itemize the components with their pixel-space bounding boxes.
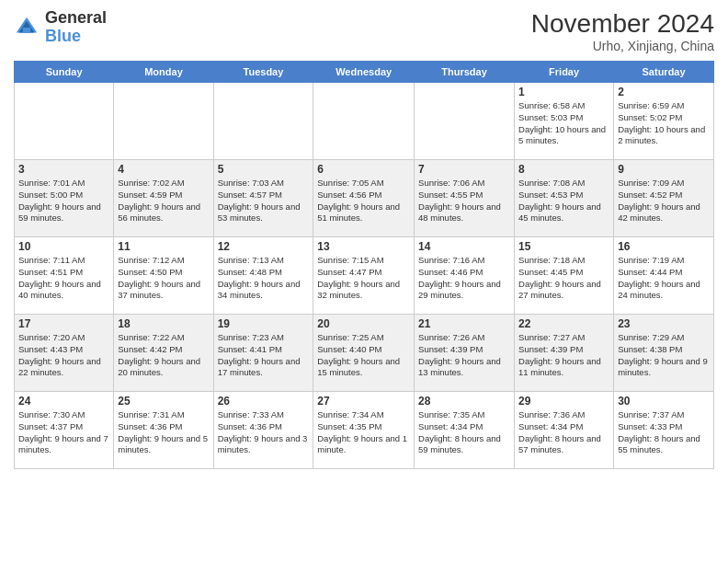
calendar-cell: 19Sunrise: 7:23 AM Sunset: 4:41 PM Dayli… <box>213 315 313 392</box>
calendar-cell: 10Sunrise: 7:11 AM Sunset: 4:51 PM Dayli… <box>15 237 114 315</box>
calendar-week-2: 3Sunrise: 7:01 AM Sunset: 5:00 PM Daylig… <box>15 160 714 237</box>
day-number: 7 <box>418 163 510 176</box>
day-number: 19 <box>218 317 310 330</box>
calendar-cell: 25Sunrise: 7:31 AM Sunset: 4:36 PM Dayli… <box>114 392 213 469</box>
page-container: General Blue November 2024 Urho, Xinjian… <box>0 0 728 563</box>
day-info: Sunrise: 7:08 AM Sunset: 4:53 PM Dayligh… <box>518 178 609 224</box>
day-number: 4 <box>118 163 209 176</box>
day-number: 14 <box>418 240 510 253</box>
day-info: Sunrise: 7:35 AM Sunset: 4:34 PM Dayligh… <box>418 409 510 456</box>
day-info: Sunrise: 7:34 AM Sunset: 4:35 PM Dayligh… <box>317 409 410 456</box>
day-info: Sunrise: 7:37 AM Sunset: 4:33 PM Dayligh… <box>618 409 710 456</box>
calendar-cell: 5Sunrise: 7:03 AM Sunset: 4:57 PM Daylig… <box>213 160 313 237</box>
calendar-cell: 24Sunrise: 7:30 AM Sunset: 4:37 PM Dayli… <box>15 392 114 469</box>
header: General Blue November 2024 Urho, Xinjian… <box>14 9 714 53</box>
day-number: 10 <box>18 240 109 253</box>
calendar-cell: 20Sunrise: 7:25 AM Sunset: 4:40 PM Dayli… <box>313 315 415 392</box>
calendar-cell <box>313 83 415 160</box>
day-info: Sunrise: 7:36 AM Sunset: 4:34 PM Dayligh… <box>518 409 609 456</box>
day-number: 17 <box>18 317 109 330</box>
day-info: Sunrise: 7:19 AM Sunset: 4:44 PM Dayligh… <box>618 255 710 302</box>
header-row: Sunday Monday Tuesday Wednesday Thursday… <box>15 62 714 83</box>
calendar-cell: 29Sunrise: 7:36 AM Sunset: 4:34 PM Dayli… <box>515 392 614 469</box>
col-saturday: Saturday <box>614 62 714 83</box>
logo-text: General Blue <box>45 9 107 46</box>
calendar-cell: 21Sunrise: 7:26 AM Sunset: 4:39 PM Dayli… <box>415 315 515 392</box>
col-tuesday: Tuesday <box>213 62 313 83</box>
day-info: Sunrise: 7:15 AM Sunset: 4:47 PM Dayligh… <box>317 255 410 302</box>
calendar-cell: 13Sunrise: 7:15 AM Sunset: 4:47 PM Dayli… <box>313 237 415 315</box>
calendar-cell: 1Sunrise: 6:58 AM Sunset: 5:03 PM Daylig… <box>515 83 614 160</box>
day-info: Sunrise: 7:06 AM Sunset: 4:55 PM Dayligh… <box>418 178 510 224</box>
day-number: 16 <box>618 240 710 253</box>
day-info: Sunrise: 6:59 AM Sunset: 5:02 PM Dayligh… <box>618 100 710 147</box>
calendar-cell: 16Sunrise: 7:19 AM Sunset: 4:44 PM Dayli… <box>614 237 714 315</box>
calendar: Sunday Monday Tuesday Wednesday Thursday… <box>14 61 714 469</box>
month-title: November 2024 <box>531 9 714 39</box>
day-info: Sunrise: 7:05 AM Sunset: 4:56 PM Dayligh… <box>317 178 410 224</box>
day-number: 6 <box>317 163 410 176</box>
svg-rect-2 <box>23 28 30 33</box>
logo-blue-text: Blue <box>45 27 81 45</box>
col-thursday: Thursday <box>415 62 515 83</box>
day-number: 12 <box>218 240 310 253</box>
day-info: Sunrise: 6:58 AM Sunset: 5:03 PM Dayligh… <box>518 100 609 147</box>
calendar-cell: 23Sunrise: 7:29 AM Sunset: 4:38 PM Dayli… <box>614 315 714 392</box>
day-number: 27 <box>317 395 410 408</box>
day-info: Sunrise: 7:13 AM Sunset: 4:48 PM Dayligh… <box>218 255 310 302</box>
calendar-cell: 2Sunrise: 6:59 AM Sunset: 5:02 PM Daylig… <box>614 83 714 160</box>
calendar-cell <box>415 83 515 160</box>
calendar-cell <box>213 83 313 160</box>
day-number: 5 <box>218 163 310 176</box>
calendar-cell: 12Sunrise: 7:13 AM Sunset: 4:48 PM Dayli… <box>213 237 313 315</box>
day-number: 20 <box>317 317 410 330</box>
day-info: Sunrise: 7:30 AM Sunset: 4:37 PM Dayligh… <box>18 409 109 456</box>
calendar-cell: 18Sunrise: 7:22 AM Sunset: 4:42 PM Dayli… <box>114 315 213 392</box>
calendar-cell: 14Sunrise: 7:16 AM Sunset: 4:46 PM Dayli… <box>415 237 515 315</box>
day-info: Sunrise: 7:23 AM Sunset: 4:41 PM Dayligh… <box>218 332 310 379</box>
calendar-week-5: 24Sunrise: 7:30 AM Sunset: 4:37 PM Dayli… <box>15 392 714 469</box>
day-number: 26 <box>218 395 310 408</box>
calendar-week-1: 1Sunrise: 6:58 AM Sunset: 5:03 PM Daylig… <box>15 83 714 160</box>
day-number: 24 <box>18 395 109 408</box>
subtitle: Urho, Xinjiang, China <box>531 39 714 53</box>
day-info: Sunrise: 7:11 AM Sunset: 4:51 PM Dayligh… <box>18 255 109 302</box>
day-number: 23 <box>618 317 710 330</box>
calendar-cell <box>114 83 213 160</box>
day-info: Sunrise: 7:09 AM Sunset: 4:52 PM Dayligh… <box>618 178 710 224</box>
calendar-cell: 17Sunrise: 7:20 AM Sunset: 4:43 PM Dayli… <box>15 315 114 392</box>
day-info: Sunrise: 7:20 AM Sunset: 4:43 PM Dayligh… <box>18 332 109 379</box>
calendar-cell: 4Sunrise: 7:02 AM Sunset: 4:59 PM Daylig… <box>114 160 213 237</box>
calendar-cell: 7Sunrise: 7:06 AM Sunset: 4:55 PM Daylig… <box>415 160 515 237</box>
day-info: Sunrise: 7:16 AM Sunset: 4:46 PM Dayligh… <box>418 255 510 302</box>
calendar-cell: 11Sunrise: 7:12 AM Sunset: 4:50 PM Dayli… <box>114 237 213 315</box>
day-info: Sunrise: 7:27 AM Sunset: 4:39 PM Dayligh… <box>518 332 609 379</box>
day-number: 13 <box>317 240 410 253</box>
day-number: 18 <box>118 317 209 330</box>
calendar-cell: 27Sunrise: 7:34 AM Sunset: 4:35 PM Dayli… <box>313 392 415 469</box>
day-info: Sunrise: 7:25 AM Sunset: 4:40 PM Dayligh… <box>317 332 410 379</box>
logo: General Blue <box>14 9 107 46</box>
calendar-cell: 28Sunrise: 7:35 AM Sunset: 4:34 PM Dayli… <box>415 392 515 469</box>
day-info: Sunrise: 7:26 AM Sunset: 4:39 PM Dayligh… <box>418 332 510 379</box>
day-number: 9 <box>618 163 710 176</box>
calendar-cell: 22Sunrise: 7:27 AM Sunset: 4:39 PM Dayli… <box>515 315 614 392</box>
day-number: 3 <box>18 163 109 176</box>
day-number: 21 <box>418 317 510 330</box>
calendar-cell: 8Sunrise: 7:08 AM Sunset: 4:53 PM Daylig… <box>515 160 614 237</box>
calendar-week-4: 17Sunrise: 7:20 AM Sunset: 4:43 PM Dayli… <box>15 315 714 392</box>
day-number: 29 <box>518 395 609 408</box>
title-block: November 2024 Urho, Xinjiang, China <box>531 9 714 53</box>
day-info: Sunrise: 7:18 AM Sunset: 4:45 PM Dayligh… <box>518 255 609 302</box>
day-info: Sunrise: 7:02 AM Sunset: 4:59 PM Dayligh… <box>118 178 209 224</box>
day-number: 8 <box>518 163 609 176</box>
day-info: Sunrise: 7:12 AM Sunset: 4:50 PM Dayligh… <box>118 255 209 302</box>
col-sunday: Sunday <box>15 62 114 83</box>
calendar-week-3: 10Sunrise: 7:11 AM Sunset: 4:51 PM Dayli… <box>15 237 714 315</box>
calendar-cell: 6Sunrise: 7:05 AM Sunset: 4:56 PM Daylig… <box>313 160 415 237</box>
day-info: Sunrise: 7:01 AM Sunset: 5:00 PM Dayligh… <box>18 178 109 224</box>
day-number: 25 <box>118 395 209 408</box>
day-info: Sunrise: 7:29 AM Sunset: 4:38 PM Dayligh… <box>618 332 710 379</box>
col-monday: Monday <box>114 62 213 83</box>
day-info: Sunrise: 7:33 AM Sunset: 4:36 PM Dayligh… <box>218 409 310 456</box>
